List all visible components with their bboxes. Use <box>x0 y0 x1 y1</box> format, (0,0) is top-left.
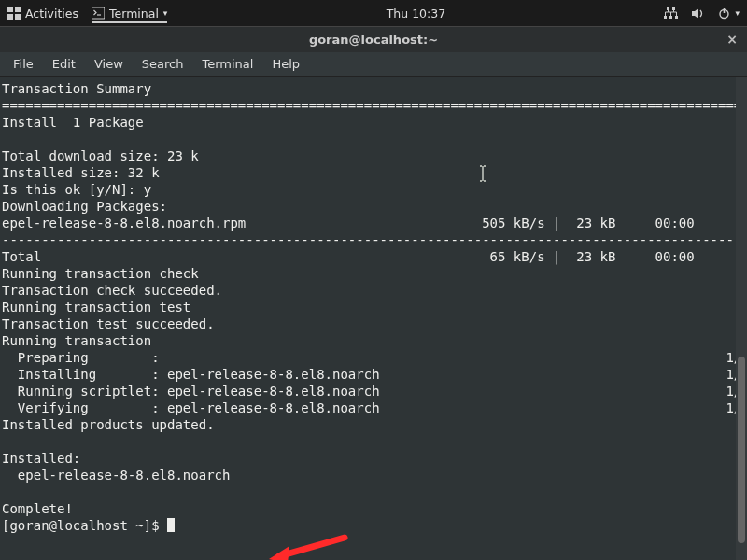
term-line: Downloading Packages: <box>2 199 167 214</box>
svg-rect-6 <box>667 7 669 10</box>
terminal-app-icon <box>92 7 105 20</box>
terminal-cursor <box>167 518 175 532</box>
menu-search[interactable]: Search <box>134 54 191 74</box>
term-line: epel-release-8-8.el8.noarch <box>2 468 747 483</box>
network-indicator[interactable] <box>664 7 678 20</box>
term-line: Transaction test succeeded. <box>2 316 215 331</box>
term-line: ========================================… <box>2 98 747 113</box>
svg-rect-2 <box>7 14 13 20</box>
svg-rect-9 <box>669 16 672 19</box>
svg-rect-3 <box>15 14 21 20</box>
term-line: ----------------------------------------… <box>2 232 747 247</box>
term-line: Running scriptlet: epel-release-8-8.el8.… <box>2 384 747 399</box>
term-line: Transaction check succeeded. <box>2 283 222 298</box>
power-icon <box>718 7 730 20</box>
close-icon: × <box>726 32 738 47</box>
svg-rect-10 <box>675 16 678 19</box>
term-line: Running transaction <box>2 333 151 348</box>
term-line: Installed size: 32 k <box>2 165 160 180</box>
term-line: Running transaction check <box>2 266 199 281</box>
svg-rect-8 <box>664 16 667 19</box>
menu-edit[interactable]: Edit <box>45 54 83 74</box>
term-line: Install 1 Package <box>2 115 144 130</box>
clock[interactable]: Thu 10:37 <box>387 7 445 21</box>
window-titlebar[interactable]: goran@localhost:~ × <box>0 26 747 52</box>
app-menu[interactable]: Terminal ▾ <box>92 7 167 23</box>
close-button[interactable]: × <box>726 32 738 47</box>
term-line: Total download size: 23 k <box>2 148 199 163</box>
svg-rect-4 <box>92 7 105 19</box>
volume-icon <box>691 7 705 20</box>
menu-file[interactable]: File <box>6 54 41 74</box>
term-line: Total 65 kB/s | 23 kB 00:00 <box>2 249 734 264</box>
menu-view[interactable]: View <box>87 54 131 74</box>
svg-rect-1 <box>15 7 21 12</box>
term-line: Running transaction test <box>2 300 190 315</box>
volume-indicator[interactable] <box>691 7 705 20</box>
window-title: goran@localhost:~ <box>309 33 438 47</box>
power-indicator[interactable]: ▾ <box>718 7 740 20</box>
terminal-viewport[interactable]: Transaction Summary ====================… <box>0 77 747 560</box>
term-line: Installed products updated. <box>2 417 215 432</box>
scrollbar-thumb[interactable] <box>738 357 745 543</box>
term-line: Preparing : 1/1 <box>2 350 747 365</box>
menubar: File Edit View Search Terminal Help <box>0 52 747 77</box>
term-line: Installed: <box>2 451 80 466</box>
term-line: Transaction Summary <box>2 81 151 96</box>
prompt-line: [goran@localhost ~]$ <box>2 518 175 533</box>
term-line: Is this ok [y/N]: y <box>2 182 151 197</box>
terminal-output[interactable]: Transaction Summary ====================… <box>0 77 747 560</box>
clock-label: Thu 10:37 <box>387 7 445 21</box>
menu-help[interactable]: Help <box>264 54 307 74</box>
activities-icon <box>7 7 21 20</box>
network-icon <box>664 7 678 20</box>
activities-label: Activities <box>25 7 78 21</box>
prompt-text: [goran@localhost ~]$ <box>2 518 167 533</box>
scrollbar[interactable] <box>736 77 747 560</box>
term-line: Complete! <box>2 501 73 516</box>
chevron-down-icon: ▾ <box>735 8 740 18</box>
app-menu-label: Terminal <box>109 7 159 21</box>
term-line: Installing : epel-release-8-8.el8.noarch… <box>2 367 747 382</box>
svg-rect-0 <box>7 7 13 12</box>
gnome-top-bar: Activities Terminal ▾ Thu 10:37 ▾ <box>0 0 747 26</box>
menu-terminal[interactable]: Terminal <box>194 54 261 74</box>
activities-button[interactable]: Activities <box>7 7 78 21</box>
term-line: Verifying : epel-release-8-8.el8.noarch … <box>2 400 747 415</box>
term-line: epel-release-8-8.el8.noarch.rpm 505 kB/s… <box>2 216 726 231</box>
svg-rect-7 <box>672 7 675 10</box>
